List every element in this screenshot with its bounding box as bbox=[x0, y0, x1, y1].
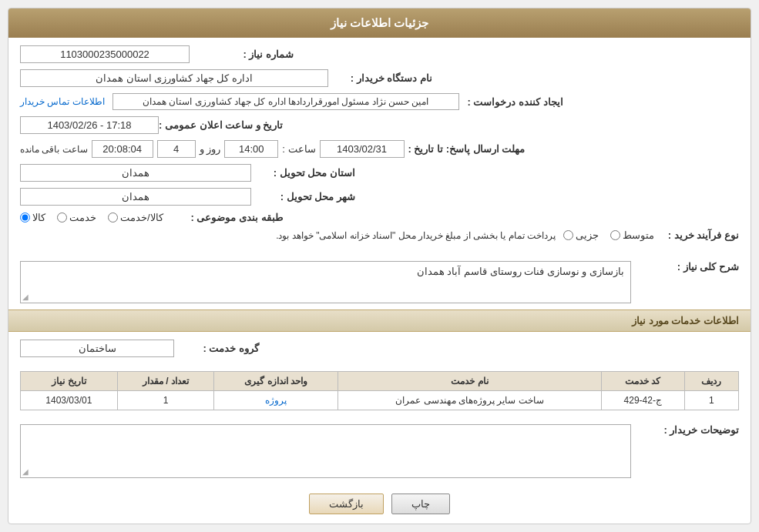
buyer-comment-section: توضیحات خریدار : ◢ bbox=[8, 418, 751, 484]
buyer-comment-label: توضیحات خریدار : bbox=[639, 424, 739, 436]
category-kala-khadamat-item: کالا/خدمت bbox=[108, 212, 163, 223]
city-row: شهر محل تحویل : همدان bbox=[20, 188, 739, 206]
purchase-note: پرداخت تمام یا بخشی از مبلغ خریدار محل "… bbox=[20, 230, 556, 241]
deadline-remaining: 20:08:04 bbox=[92, 140, 153, 158]
need-number-value: 1103000235000022 bbox=[20, 45, 190, 63]
service-info-title: اطلاعات خدمات مورد نیاز bbox=[632, 315, 739, 326]
col-quantity: تعداد / مقدار bbox=[117, 372, 214, 391]
category-kala-radio[interactable] bbox=[20, 212, 30, 223]
deadline-row: مهلت ارسال پاسخ: تا تاریخ : 1403/02/31 س… bbox=[20, 140, 739, 158]
deadline-label: مهلت ارسال پاسخ: تا تاریخ : bbox=[408, 143, 526, 155]
purchase-jozvi-item: جزیی bbox=[563, 229, 599, 241]
buyer-org-value: اداره کل جهاد کشاورزی استان همدان bbox=[20, 69, 328, 87]
purchase-mottavaset-item: متوسط bbox=[610, 229, 654, 241]
buyer-org-row: نام دستگاه خریدار : اداره کل جهاد کشاورز… bbox=[20, 69, 739, 87]
requester-label: ایجاد کننده درخواست : bbox=[459, 96, 567, 108]
resize-icon: ◢ bbox=[22, 293, 29, 301]
col-unit: واحد اندازه گیری bbox=[214, 372, 338, 391]
comment-resize-icon: ◢ bbox=[22, 467, 29, 476]
description-box: بازسازی و نوسازی فنات روستای قاسم آباد ه… bbox=[20, 261, 631, 303]
category-khadamat-label: خدمت bbox=[69, 212, 96, 223]
description-label: شرح کلی نیاز : bbox=[639, 261, 739, 273]
announcement-value: 1403/02/26 - 17:18 bbox=[20, 116, 159, 134]
purchase-mottavaset-radio[interactable] bbox=[610, 230, 620, 240]
service-group-label: گروه خدمت : bbox=[182, 343, 259, 354]
cell-service-code: ج-42-429 bbox=[601, 391, 684, 410]
footer-buttons: چاپ بازگشت bbox=[8, 484, 751, 524]
purchase-type-label: نوع فرآیند خرید : bbox=[662, 229, 739, 241]
announcement-row: تاریخ و ساعت اعلان عمومی : 1403/02/26 - … bbox=[20, 116, 739, 134]
description-section: شرح کلی نیاز : بازسازی و نوسازی فنات روس… bbox=[8, 255, 751, 309]
cell-service-name: ساخت سایر پروژه‌های مهندسی عمران bbox=[338, 391, 601, 410]
requester-row: ایجاد کننده درخواست : امین حسن نژاد مسئو… bbox=[20, 93, 739, 110]
category-group: کالا/خدمت خدمت کالا bbox=[20, 212, 163, 223]
category-row: طبقه بندی موضوعی : کالا/خدمت خدمت کالا bbox=[20, 212, 739, 223]
card-header: جزئیات اطلاعات نیاز bbox=[8, 8, 751, 38]
col-date: تاریخ نیاز bbox=[21, 372, 118, 391]
province-row: استان محل تحویل : همدان bbox=[20, 164, 739, 182]
deadline-time: 14:00 bbox=[224, 140, 278, 158]
buyer-org-label: نام دستگاه خریدار : bbox=[328, 72, 436, 84]
category-kala-label: کالا bbox=[32, 212, 45, 223]
cell-date: 1403/03/01 bbox=[21, 391, 118, 410]
col-service-code: کد خدمت bbox=[601, 372, 684, 391]
cell-row: 1 bbox=[684, 391, 738, 410]
table-row: 1 ج-42-429 ساخت سایر پروژه‌های مهندسی عم… bbox=[21, 391, 739, 410]
service-group-row: گروه خدمت : ساختمان bbox=[20, 340, 739, 357]
category-label: طبقه بندی موضوعی : bbox=[175, 212, 283, 223]
deadline-days: 4 bbox=[157, 140, 196, 158]
purchase-type-row: نوع فرآیند خرید : متوسط جزیی پرداخت تمام… bbox=[20, 229, 739, 241]
deadline-date: 1403/02/31 bbox=[320, 140, 405, 158]
services-table: ردیف کد خدمت نام خدمت واحد اندازه گیری ت… bbox=[20, 371, 739, 410]
category-khadamat-radio[interactable] bbox=[57, 212, 67, 223]
need-number-row: شماره نیاز : 1103000235000022 bbox=[20, 45, 739, 63]
city-label: شهر محل تحویل : bbox=[251, 191, 359, 202]
info-section: شماره نیاز : 1103000235000022 نام دستگاه… bbox=[8, 38, 751, 255]
main-card: جزئیات اطلاعات نیاز شماره نیاز : 1103000… bbox=[8, 8, 751, 524]
cell-unit: پروژه bbox=[214, 391, 338, 410]
province-label: استان محل تحویل : bbox=[251, 167, 359, 179]
contact-link[interactable]: اطلاعات تماس خریدار bbox=[20, 96, 105, 107]
service-info-header: اطلاعات خدمات مورد نیاز bbox=[8, 309, 751, 332]
service-group-value: ساختمان bbox=[20, 340, 174, 357]
table-header-row: ردیف کد خدمت نام خدمت واحد اندازه گیری ت… bbox=[21, 372, 739, 391]
print-button[interactable]: چاپ bbox=[391, 494, 450, 514]
purchase-jozvi-label: جزیی bbox=[576, 229, 599, 241]
back-button[interactable]: بازگشت bbox=[309, 494, 384, 514]
purchase-jozvi-radio[interactable] bbox=[563, 230, 573, 240]
cell-quantity: 1 bbox=[117, 391, 214, 410]
requester-value: امین حسن نژاد مسئول امورقراردادها اداره … bbox=[113, 93, 459, 110]
city-value: همدان bbox=[20, 188, 251, 206]
category-kala-khadamat-label: کالا/خدمت bbox=[120, 212, 163, 223]
category-kala-item: کالا bbox=[20, 212, 45, 223]
purchase-options: متوسط جزیی bbox=[563, 229, 654, 241]
col-service-name: نام خدمت bbox=[338, 372, 601, 391]
announcement-label: تاریخ و ساعت اعلان عمومی : bbox=[159, 119, 287, 131]
deadline-days-label: روز و bbox=[200, 143, 221, 155]
deadline-time-label: ساعت : bbox=[282, 143, 315, 155]
header-title: جزئیات اطلاعات نیاز bbox=[331, 16, 428, 29]
buyer-comment-box: ◢ bbox=[20, 424, 631, 478]
description-value: بازسازی و نوسازی فنات روستای قاسم آباد ه… bbox=[417, 266, 624, 277]
need-number-label: شماره نیاز : bbox=[190, 49, 297, 60]
deadline-remaining-label: ساعت باقی مانده bbox=[20, 144, 88, 155]
service-group-section: گروه خدمت : ساختمان bbox=[8, 332, 751, 367]
col-row: ردیف bbox=[684, 372, 738, 391]
category-kala-khadamat-radio[interactable] bbox=[108, 212, 118, 223]
page-wrapper: جزئیات اطلاعات نیاز شماره نیاز : 1103000… bbox=[0, 0, 759, 532]
province-value: همدان bbox=[20, 164, 251, 182]
purchase-mottavaset-label: متوسط bbox=[623, 229, 654, 241]
services-table-wrapper: ردیف کد خدمت نام خدمت واحد اندازه گیری ت… bbox=[8, 367, 751, 418]
category-khadamat-item: خدمت bbox=[57, 212, 96, 223]
